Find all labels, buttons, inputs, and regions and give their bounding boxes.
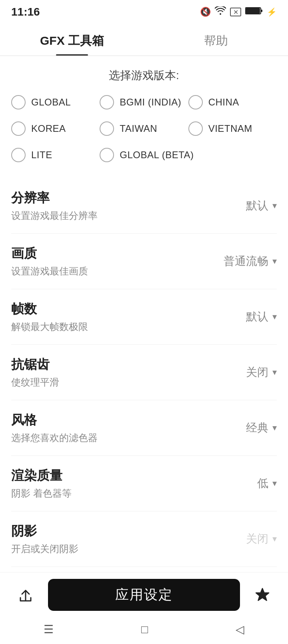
setting-shadow-arrow: ▾: [272, 534, 277, 544]
setting-style-value: 经典: [246, 420, 268, 435]
tab-help[interactable]: 帮助: [144, 24, 288, 56]
version-label-korea: KOREA: [31, 123, 66, 134]
setting-resolution-desc: 设置游戏最佳分辨率: [11, 209, 246, 222]
setting-resolution: 分辨率 设置游戏最佳分辨率 默认 ▾: [11, 178, 277, 234]
setting-style-title: 风格: [11, 411, 246, 429]
main-content: 选择游戏版本: GLOBAL BGMI (INDIA) CHINA KOREA …: [0, 56, 288, 644]
version-label-bgmi: BGMI (INDIA): [120, 97, 181, 108]
setting-fps-value: 默认: [246, 309, 268, 324]
version-option-taiwan[interactable]: TAIWAN: [100, 117, 188, 140]
setting-resolution-arrow: ▾: [272, 201, 277, 211]
nav-bar: GFX 工具箱 帮助: [0, 24, 288, 56]
setting-antialiasing: 抗锯齿 使纹理平滑 关闭 ▾: [11, 345, 277, 400]
setting-shadow-desc: 开启或关闭阴影: [11, 543, 246, 555]
recent-nav-icon[interactable]: ◁: [236, 623, 244, 636]
setting-fps-arrow: ▾: [272, 312, 277, 322]
setting-antialiasing-arrow: ▾: [272, 367, 277, 378]
setting-style: 风格 选择您喜欢的滤色器 经典 ▾: [11, 400, 277, 456]
setting-quality-desc: 设置游戏最佳画质: [11, 265, 224, 278]
bottom-bar: 应用设定 ☰ □ ◁: [0, 572, 288, 644]
version-option-global[interactable]: GLOBAL: [11, 91, 100, 113]
setting-antialiasing-value: 关闭: [246, 365, 268, 380]
setting-antialiasing-control[interactable]: 关闭 ▾: [246, 365, 277, 380]
svg-rect-1: [246, 8, 260, 14]
version-label-taiwan: TAIWAN: [120, 123, 157, 134]
bottom-nav: ☰ □ ◁: [0, 617, 288, 644]
radio-bgmi: [100, 95, 114, 109]
mute-icon: 🔇: [200, 7, 211, 17]
setting-resolution-control[interactable]: 默认 ▾: [246, 198, 277, 213]
setting-fps-desc: 解锁最大帧数极限: [11, 320, 246, 333]
apply-button[interactable]: 应用设定: [48, 579, 240, 611]
version-label-lite: LITE: [31, 149, 52, 161]
setting-quality-value: 普通流畅: [224, 254, 268, 269]
home-nav-icon[interactable]: ☰: [44, 623, 54, 636]
status-icons: 🔇 ✕ ⚡: [200, 6, 277, 18]
svg-marker-4: [256, 588, 269, 600]
setting-fps-title: 帧数: [11, 300, 246, 318]
version-label-vietnam: VIETNAM: [208, 123, 252, 134]
setting-resolution-title: 分辨率: [11, 189, 246, 207]
radio-vietnam: [188, 121, 203, 136]
version-label-global: GLOBAL: [31, 97, 71, 108]
setting-shadow-control: 关闭 ▾: [246, 531, 277, 547]
setting-style-desc: 选择您喜欢的滤色器: [11, 431, 246, 444]
setting-quality-control[interactable]: 普通流畅 ▾: [224, 254, 277, 269]
radio-taiwan: [100, 121, 114, 136]
status-bar: 11:16 🔇 ✕ ⚡: [0, 0, 288, 24]
battery-icon: [245, 6, 263, 18]
radio-globalbeta: [100, 148, 114, 162]
tab-gfx[interactable]: GFX 工具箱: [0, 24, 144, 56]
favorite-button[interactable]: [248, 580, 277, 609]
version-option-vietnam[interactable]: VIETNAM: [188, 117, 277, 140]
setting-shadow-value: 关闭: [246, 531, 268, 547]
svg-rect-2: [261, 10, 262, 12]
version-option-bgmi[interactable]: BGMI (INDIA): [100, 91, 188, 113]
setting-quality: 画质 设置游戏最佳画质 普通流畅 ▾: [11, 234, 277, 289]
version-option-china[interactable]: CHINA: [188, 91, 277, 113]
radio-korea: [11, 121, 26, 136]
setting-resolution-value: 默认: [246, 198, 268, 213]
setting-renderquality-arrow: ▾: [272, 478, 277, 489]
setting-antialiasing-title: 抗锯齿: [11, 356, 246, 374]
setting-quality-arrow: ▾: [272, 256, 277, 266]
bottom-actions: 应用设定: [0, 572, 288, 617]
setting-renderquality-desc: 阴影 着色器等: [11, 487, 257, 500]
version-option-globalbeta[interactable]: GLOBAL (BETA): [100, 144, 277, 166]
version-grid: GLOBAL BGMI (INDIA) CHINA KOREA TAIWAN V…: [11, 91, 277, 166]
wifi-icon: [215, 6, 226, 18]
setting-shadow: 阴影 开启或关闭阴影 关闭 ▾: [11, 511, 277, 567]
setting-quality-title: 画质: [11, 245, 224, 262]
share-button[interactable]: [11, 580, 40, 609]
version-label-china: CHINA: [208, 97, 239, 108]
setting-shadow-title: 阴影: [11, 523, 246, 540]
version-option-korea[interactable]: KOREA: [11, 117, 100, 140]
setting-renderquality: 渲染质量 阴影 着色器等 低 ▾: [11, 456, 277, 511]
setting-renderquality-control[interactable]: 低 ▾: [257, 476, 277, 491]
setting-fps-control[interactable]: 默认 ▾: [246, 309, 277, 324]
radio-china: [188, 95, 203, 109]
x-icon: ✕: [230, 8, 241, 16]
version-section-title: 选择游戏版本:: [11, 56, 277, 91]
setting-renderquality-value: 低: [257, 476, 268, 491]
version-label-globalbeta: GLOBAL (BETA): [120, 149, 194, 161]
radio-global: [11, 95, 26, 109]
status-time: 11:16: [11, 6, 40, 18]
charging-icon: ⚡: [267, 7, 277, 17]
setting-style-control[interactable]: 经典 ▾: [246, 420, 277, 435]
version-option-lite[interactable]: LITE: [11, 144, 100, 166]
setting-antialiasing-desc: 使纹理平滑: [11, 376, 246, 389]
setting-fps: 帧数 解锁最大帧数极限 默认 ▾: [11, 289, 277, 345]
setting-style-arrow: ▾: [272, 423, 277, 433]
back-nav-icon[interactable]: □: [141, 623, 148, 636]
setting-renderquality-title: 渲染质量: [11, 467, 257, 485]
radio-lite: [11, 148, 26, 162]
